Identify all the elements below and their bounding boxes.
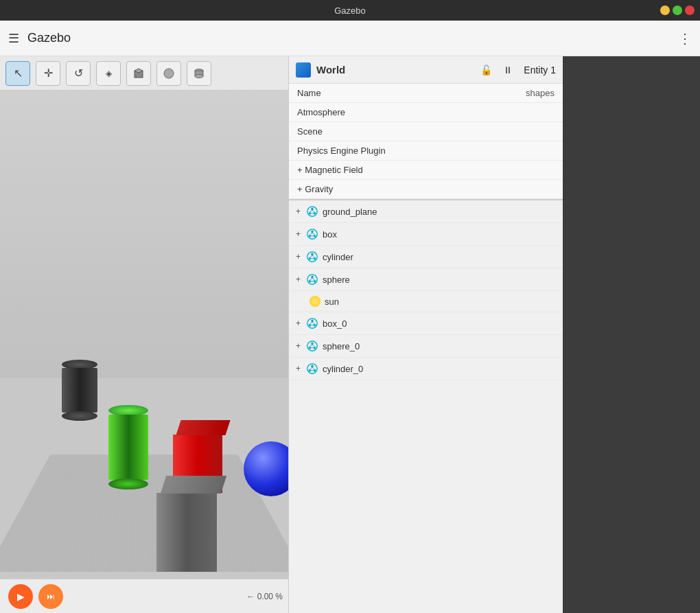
entity-box[interactable]: + box	[289, 223, 563, 246]
svg-line-11	[312, 210, 315, 212]
dark-cylinder-object	[62, 360, 97, 421]
viewport[interactable]: ▶ ⏭ ← 0.00 %	[0, 91, 288, 613]
prop-physics-label: Physics Engine Plugin	[297, 146, 555, 156]
app-menu-title: Gazebo	[27, 31, 678, 45]
cylinder-tool-button[interactable]	[187, 61, 211, 86]
entity-label: Entity 1	[524, 65, 556, 76]
svg-point-5	[195, 74, 203, 78]
svg-line-40	[318, 304, 319, 305]
svg-line-54	[310, 345, 312, 347]
prop-scene-row[interactable]: Scene	[289, 122, 563, 141]
sphere-icon	[163, 67, 175, 80]
svg-line-25	[312, 255, 315, 257]
entity-sun[interactable]: sun	[289, 291, 563, 312]
entity-ground-plane[interactable]: + ground_plane	[289, 200, 563, 223]
model-icon	[306, 317, 318, 329]
prop-magnetic-row[interactable]: + Magnetic Field	[289, 161, 563, 180]
more-menu[interactable]: ⋮	[678, 30, 692, 47]
svg-line-17	[310, 233, 312, 235]
svg-point-2	[164, 69, 174, 78]
svg-point-28	[311, 276, 314, 279]
main-layout: ↖ ✛ ↺ ◈	[0, 56, 700, 613]
prop-magnetic-label: + Magnetic Field	[297, 165, 555, 175]
bottom-bar: ▶ ⏭ ← 0.00 %	[0, 579, 288, 613]
entity-plus-icon: +	[296, 364, 301, 373]
cylinder-icon	[193, 67, 205, 80]
svg-line-24	[310, 255, 312, 257]
lock-icon[interactable]: 🔓	[480, 65, 492, 76]
entity-sphere[interactable]: + sphere	[289, 268, 563, 291]
zoom-display: ← 0.00 %	[246, 592, 283, 601]
prop-physics-row[interactable]: Physics Engine Plugin	[289, 141, 563, 161]
entity-label-sphere-0: sphere_0	[323, 341, 360, 351]
model-icon	[306, 251, 318, 263]
hamburger-menu[interactable]: ☰	[8, 31, 19, 46]
svg-line-61	[310, 367, 312, 369]
properties-panel: Name shapes Atmosphere Scene Physics Eng…	[289, 84, 563, 200]
titlebar: Gazebo	[0, 0, 700, 21]
entity-box-0[interactable]: + box_0	[289, 312, 563, 335]
green-cylinder-object	[108, 405, 148, 489]
menubar: ☰ Gazebo ⋮	[0, 21, 700, 56]
sphere-tool-button[interactable]	[156, 61, 181, 86]
entity-label-box: box	[323, 229, 337, 240]
entity-plus-icon: +	[296, 229, 301, 239]
svg-point-51	[311, 343, 314, 345]
entity-cylinder-0[interactable]: + cylinder_0	[289, 358, 563, 380]
entity-sphere-0[interactable]: + sphere_0	[289, 335, 563, 358]
prop-name-row[interactable]: Name shapes	[289, 84, 563, 103]
world-header: World 🔓 ⏸ Entity 1	[289, 56, 563, 84]
model-icon	[306, 273, 318, 286]
zoom-arrow: ←	[246, 592, 255, 601]
svg-point-14	[311, 231, 314, 233]
app-title: Gazebo	[334, 5, 366, 16]
entity-cylinder[interactable]: + cylinder	[289, 246, 563, 268]
gray-box-object	[156, 476, 224, 572]
fast-forward-button[interactable]: ⏭	[38, 584, 63, 609]
prop-atmosphere-row[interactable]: Atmosphere	[289, 103, 563, 122]
svg-line-31	[310, 278, 312, 280]
world-icon	[296, 62, 311, 78]
entity-label-cylinder-0: cylinder_0	[323, 364, 363, 374]
model-icon	[306, 362, 318, 375]
right-panel: World 🔓 ⏸ Entity 1 Name shapes Atmospher…	[288, 56, 563, 613]
entity-plus-icon: +	[296, 341, 301, 351]
entity-plus-icon: +	[296, 275, 301, 284]
model-icon	[306, 205, 318, 218]
entity-plus-icon: +	[296, 252, 301, 262]
prop-gravity-row[interactable]: + Gravity	[289, 180, 563, 199]
prop-gravity-label: + Gravity	[297, 184, 555, 194]
close-button[interactable]	[685, 5, 695, 15]
window-controls	[660, 5, 695, 15]
move-tool-button[interactable]: ✛	[36, 61, 60, 86]
pause-icon[interactable]: ⏸	[503, 65, 513, 76]
svg-line-42	[312, 304, 313, 305]
svg-line-41	[318, 298, 319, 299]
svg-line-39	[312, 298, 313, 299]
entity-label-cylinder: cylinder	[323, 252, 353, 262]
play-button[interactable]: ▶	[8, 584, 33, 609]
rotate-tool-button[interactable]: ↺	[66, 61, 91, 86]
prop-atmosphere-label: Atmosphere	[297, 107, 555, 117]
sky-area	[0, 91, 288, 378]
entity-label-sphere: sphere	[323, 275, 350, 285]
svg-point-34	[312, 299, 318, 304]
svg-line-62	[312, 367, 315, 369]
entity-plus-icon: +	[296, 319, 301, 328]
prop-name-label: Name	[297, 88, 526, 98]
select-tool-button[interactable]: ↖	[5, 61, 30, 86]
minimize-button[interactable]	[660, 5, 670, 15]
entity-list: + ground_plane +	[289, 200, 563, 613]
entity-label-sun: sun	[325, 297, 339, 307]
shape3d-tool-button[interactable]: ◈	[96, 61, 121, 86]
box-icon	[132, 67, 145, 80]
box-tool-button[interactable]	[126, 61, 151, 86]
svg-line-32	[312, 278, 315, 280]
left-panel: ↖ ✛ ↺ ◈	[0, 56, 288, 613]
maximize-button[interactable]	[673, 5, 682, 15]
world-title: World	[316, 64, 475, 76]
svg-line-48	[312, 322, 315, 324]
entity-label-box-0: box_0	[323, 319, 347, 329]
prop-name-value: shapes	[526, 88, 555, 98]
entity-label-ground-plane: ground_plane	[323, 207, 377, 217]
